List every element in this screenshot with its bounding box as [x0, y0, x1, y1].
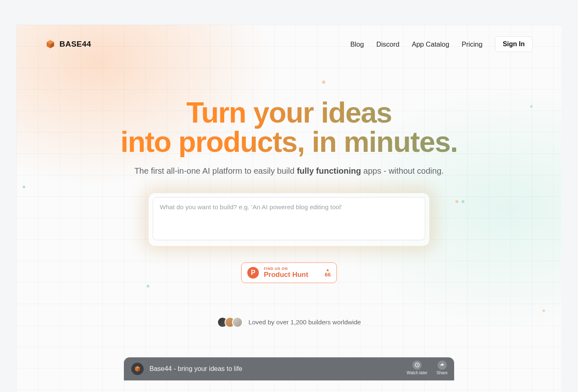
cube-logo-icon	[45, 39, 55, 49]
clock-icon	[412, 361, 422, 370]
watch-later-label: Watch later	[407, 371, 427, 375]
hero-headline: Turn your ideas into products, in minute…	[121, 98, 458, 157]
top-nav: Blog Discord App Catalog Pricing Sign In	[350, 36, 533, 52]
nav-link-blog[interactable]: Blog	[350, 40, 364, 48]
social-proof: Loved by over 1,200 builders worldwide	[17, 317, 561, 328]
avatar	[232, 317, 243, 328]
share-button[interactable]: Share	[436, 361, 448, 375]
product-hunt-upvote: ▲ 66	[325, 268, 331, 277]
share-label: Share	[436, 371, 448, 375]
nav-link-app-catalog[interactable]: App Catalog	[412, 40, 449, 48]
avatar-stack	[217, 317, 243, 328]
social-proof-text: Loved by over 1,200 builders worldwide	[249, 319, 361, 326]
product-hunt-logo-icon: P	[247, 267, 259, 279]
hero-headline-line2: into products, in minutes.	[121, 126, 458, 158]
product-hunt-upvote-count: 66	[325, 272, 331, 277]
build-prompt-input[interactable]	[153, 197, 425, 240]
brand-name: BASE44	[59, 40, 91, 49]
nav-link-pricing[interactable]: Pricing	[462, 40, 482, 48]
hero-headline-line1: Turn your ideas	[186, 97, 391, 129]
brand[interactable]: BASE44	[45, 39, 91, 49]
video-title: Base44 - bring your ideas to life	[149, 365, 242, 373]
prompt-container	[149, 193, 429, 246]
product-hunt-name: Product Hunt	[264, 271, 320, 279]
watch-later-button[interactable]: Watch later	[407, 361, 427, 375]
hero: Turn your ideas into products, in minute…	[17, 54, 561, 380]
video-channel-icon	[131, 363, 144, 375]
hero-tagline: The first all-in-one AI platform to easi…	[17, 166, 561, 176]
video-actions: Watch later Share	[407, 361, 448, 375]
product-hunt-badge[interactable]: P FIND US ON Product Hunt ▲ 66	[241, 262, 337, 283]
tagline-post: apps - without coding.	[361, 166, 443, 175]
tagline-pre: The first all-in-one AI platform to easi…	[134, 166, 297, 175]
video-embed[interactable]: Base44 - bring your ideas to life Watch …	[124, 357, 454, 380]
share-icon	[438, 361, 447, 370]
site-header: BASE44 Blog Discord App Catalog Pricing …	[17, 25, 561, 54]
product-hunt-text: FIND US ON Product Hunt	[264, 267, 320, 278]
nav-link-discord[interactable]: Discord	[376, 40, 399, 48]
sign-in-button[interactable]: Sign In	[495, 36, 533, 52]
tagline-bold: fully functioning	[297, 166, 361, 175]
